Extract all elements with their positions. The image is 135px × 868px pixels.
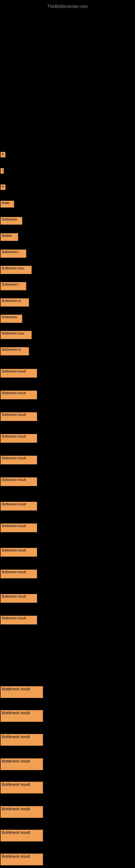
bottleneck-result-item: Bottleneck r — [1, 250, 26, 258]
bottleneck-result-item: Bottleneck result — [1, 548, 37, 557]
bottleneck-result-item: Bottleneck result — [1, 686, 43, 698]
bottleneck-result-item: Bottleneck result — [1, 434, 37, 443]
bottleneck-result-item: Bottleneck resu — [1, 266, 32, 274]
bottleneck-result-item: Bottle — [1, 201, 14, 208]
bottleneck-result-item: Bottleneck result — [1, 594, 37, 603]
bottleneck-result-item: Bottleneck result — [1, 369, 37, 378]
bottleneck-result-item: Bottleneck result — [1, 524, 37, 532]
bottleneck-result-item: Bottleneck result — [1, 710, 43, 722]
bottleneck-result-item: Bottleneck result — [1, 758, 43, 770]
bottleneck-result-item: Bottleneck resu — [1, 331, 32, 339]
bottleneck-result-item: Bottleneck result — [1, 782, 43, 794]
bottleneck-result-item: Bottleneck result — [1, 806, 43, 818]
bottleneck-result-item: Bottleneck re — [1, 347, 29, 355]
bottleneck-result-item: Bottlen — [1, 233, 18, 241]
bottleneck-result-item: Bottleneck — [1, 217, 22, 225]
bottleneck-result-item: | — [1, 168, 4, 174]
bottleneck-result-item: Bottleneck — [1, 315, 22, 323]
bottleneck-result-item: Bottleneck result — [1, 569, 37, 578]
bottleneck-result-item: Bottleneck result — [1, 391, 37, 399]
bottleneck-result-item: Bottleneck r — [1, 282, 26, 290]
bottleneck-result-item: Bottleneck result — [1, 830, 43, 841]
bottleneck-result-item: B — [1, 152, 5, 157]
bottleneck-result-item: Bottleneck result — [1, 502, 37, 510]
site-title: TheBottlenecker.com — [0, 1, 135, 12]
bottleneck-result-item: Bottleneck result — [1, 734, 43, 746]
bottleneck-result-item: B — [1, 184, 5, 190]
bottleneck-result-item: Bottleneck result — [1, 412, 37, 421]
bottleneck-result-item: Bottleneck result — [1, 616, 37, 624]
bottleneck-result-item: Bottleneck result — [1, 456, 37, 464]
bottleneck-result-item: Bottleneck result — [1, 854, 43, 865]
bottleneck-result-item: Bottleneck re — [1, 299, 29, 307]
bottleneck-result-item: Bottleneck result — [1, 477, 37, 486]
